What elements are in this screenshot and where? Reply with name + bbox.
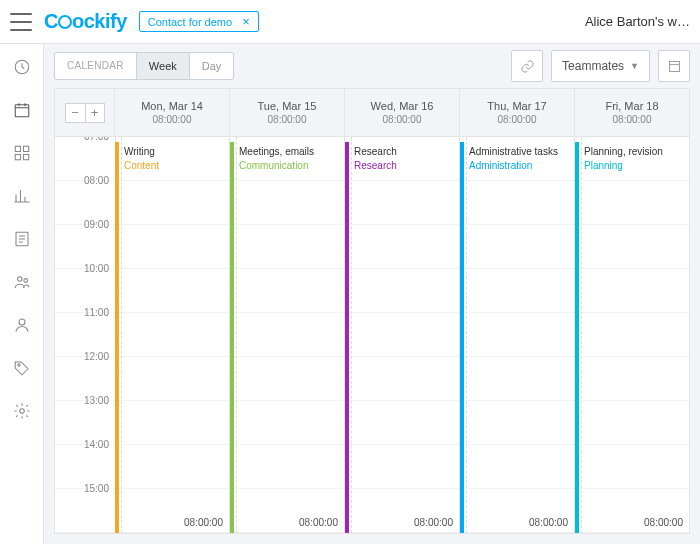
hour-label: 15:00: [55, 483, 115, 494]
calendar-header: − + Mon, Mar 1408:00:00 Tue, Mar 1508:00…: [55, 89, 689, 137]
day-header-wed[interactable]: Wed, Mar 1608:00:00: [345, 89, 460, 136]
day-tab[interactable]: Day: [190, 53, 234, 79]
svg-point-10: [17, 364, 19, 366]
week-tab[interactable]: Week: [137, 53, 190, 79]
settings-icon[interactable]: [13, 402, 31, 423]
calendar-body[interactable]: 07:0008:0009:0010:0011:0012:0013:0014:00…: [55, 137, 689, 533]
sidebar: [0, 44, 44, 544]
menu-icon[interactable]: [10, 13, 32, 31]
teammates-label: Teammates: [562, 59, 624, 73]
hour-label: 07:00: [55, 137, 115, 142]
zoom-in-button[interactable]: +: [85, 103, 105, 123]
demo-label: Contact for demo: [148, 16, 232, 28]
close-icon[interactable]: ×: [242, 15, 250, 28]
zoom-controls: − +: [55, 89, 115, 136]
zoom-out-button[interactable]: −: [65, 103, 85, 123]
day-header-fri[interactable]: Fri, Mar 1808:00:00: [575, 89, 689, 136]
chevron-down-icon: ▼: [630, 61, 639, 71]
day-header-thu[interactable]: Thu, Mar 1708:00:00: [460, 89, 575, 136]
clients-icon[interactable]: [13, 316, 31, 337]
link-icon[interactable]: [511, 50, 543, 82]
calendar-label: CALENDAR: [55, 53, 137, 79]
event-block[interactable]: Research Research 08:00:00: [345, 142, 459, 533]
hour-label: 14:00: [55, 439, 115, 450]
svg-rect-4: [15, 155, 20, 160]
event-block[interactable]: Administrative tasks Administration 08:0…: [460, 142, 574, 533]
day-col-fri[interactable]: Planning, revision Planning 08:00:00: [575, 137, 689, 533]
svg-rect-3: [23, 146, 28, 151]
hour-label: 13:00: [55, 395, 115, 406]
main: CALENDAR Week Day Teammates ▼ − + Mon, M…: [44, 44, 700, 544]
hour-label: 09:00: [55, 219, 115, 230]
svg-point-7: [17, 277, 22, 282]
day-col-thu[interactable]: Administrative tasks Administration 08:0…: [460, 137, 575, 533]
hour-label: 11:00: [55, 307, 115, 318]
day-col-tue[interactable]: Meetings, emails Communication 08:00:00: [230, 137, 345, 533]
event-block[interactable]: Planning, revision Planning 08:00:00: [575, 142, 689, 533]
svg-rect-2: [15, 146, 20, 151]
projects-icon[interactable]: [13, 230, 31, 251]
svg-rect-5: [23, 155, 28, 160]
team-icon[interactable]: [13, 273, 31, 294]
event-block[interactable]: Meetings, emails Communication 08:00:00: [230, 142, 344, 533]
svg-point-8: [23, 279, 27, 283]
event-block[interactable]: Writing Content 08:00:00: [115, 142, 229, 533]
day-col-wed[interactable]: Research Research 08:00:00: [345, 137, 460, 533]
hour-label: 10:00: [55, 263, 115, 274]
workspace-name[interactable]: Alice Barton's w…: [585, 14, 690, 29]
logo[interactable]: Cockify: [44, 10, 127, 33]
svg-point-9: [19, 319, 25, 325]
svg-rect-12: [669, 61, 679, 71]
calendar: − + Mon, Mar 1408:00:00 Tue, Mar 1508:00…: [54, 88, 690, 534]
svg-point-11: [19, 409, 24, 414]
clock-icon[interactable]: [13, 58, 31, 79]
view-switch: CALENDAR Week Day: [54, 52, 234, 80]
day-header-tue[interactable]: Tue, Mar 1508:00:00: [230, 89, 345, 136]
day-header-mon[interactable]: Mon, Mar 1408:00:00: [115, 89, 230, 136]
svg-rect-1: [15, 105, 29, 117]
hour-label: 08:00: [55, 175, 115, 186]
topbar: Cockify Contact for demo × Alice Barton'…: [0, 0, 700, 44]
reports-icon[interactable]: [13, 187, 31, 208]
calendar-icon[interactable]: [13, 101, 31, 122]
day-col-mon[interactable]: Writing Content 08:00:00: [115, 137, 230, 533]
more-button[interactable]: [658, 50, 690, 82]
tags-icon[interactable]: [13, 359, 31, 380]
contact-demo-pill[interactable]: Contact for demo ×: [139, 11, 259, 32]
dashboard-icon[interactable]: [13, 144, 31, 165]
hour-label: 12:00: [55, 351, 115, 362]
toolbar: CALENDAR Week Day Teammates ▼: [44, 44, 700, 88]
teammates-button[interactable]: Teammates ▼: [551, 50, 650, 82]
